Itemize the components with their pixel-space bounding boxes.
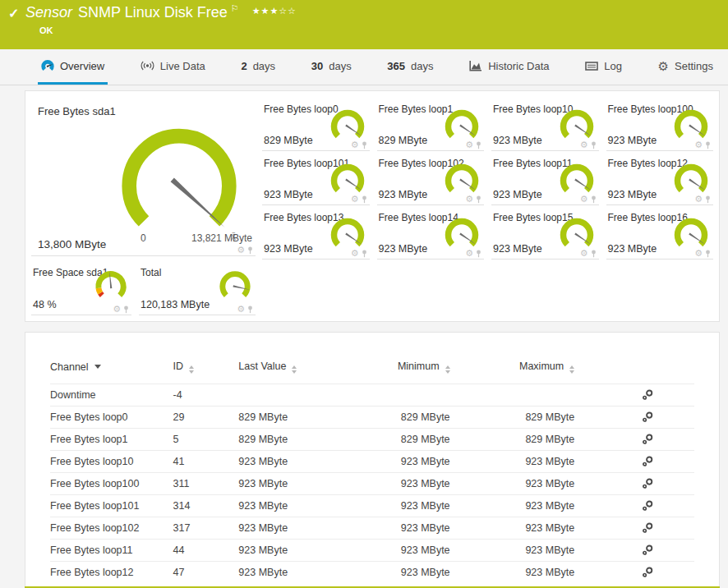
mini-gauge-value: 923 MByte bbox=[379, 189, 428, 200]
channel-row: Free Bytes loop15829 MByte829 MByte829 M… bbox=[50, 429, 694, 451]
channel-settings-icon[interactable] bbox=[642, 566, 654, 578]
gauge-settings-icon[interactable]: ⚙ bbox=[237, 246, 245, 255]
settings-icon: ⚙ bbox=[658, 60, 669, 72]
pin-icon[interactable] bbox=[705, 250, 711, 258]
tab-overview[interactable]: Overview bbox=[38, 49, 108, 85]
gauge-settings-icon[interactable]: ⚙ bbox=[580, 249, 588, 258]
cell-max: 923 MByte bbox=[450, 517, 575, 540]
mini-gauge-value: 923 MByte bbox=[493, 243, 542, 255]
pin-icon[interactable] bbox=[247, 305, 253, 314]
gauge-cell-actions: ⚙ bbox=[465, 195, 481, 204]
mini-gauge-value: 923 MByte bbox=[608, 243, 657, 255]
gauge-cell-actions: ⚙ bbox=[465, 140, 481, 149]
gauge-settings-icon[interactable]: ⚙ bbox=[580, 140, 588, 149]
cell-last: 923 MByte bbox=[238, 451, 379, 473]
pin-icon[interactable] bbox=[591, 250, 597, 258]
pin-icon[interactable] bbox=[476, 195, 481, 204]
mini-gauge-cell: Free Bytes loop12 923 MByte ⚙ bbox=[606, 151, 714, 205]
mini-gauge-value: 923 MByte bbox=[493, 189, 542, 200]
cell-channel: Free Bytes loop11 bbox=[50, 540, 173, 562]
cell-channel: Free Bytes loop101 bbox=[50, 495, 173, 517]
gauge-settings-icon[interactable]: ⚙ bbox=[465, 195, 473, 204]
gauge-settings-icon[interactable]: ⚙ bbox=[351, 195, 359, 204]
gauge-cell-actions: ⚙ bbox=[580, 249, 597, 258]
cell-min: 923 MByte bbox=[380, 540, 450, 562]
tab-365-days[interactable]: 365 days bbox=[384, 49, 436, 85]
priority-stars[interactable]: ★★★☆☆ bbox=[252, 6, 297, 16]
col-last-value[interactable]: Last Value bbox=[238, 357, 379, 384]
col-id[interactable]: ID bbox=[173, 357, 239, 384]
pin-icon[interactable] bbox=[705, 141, 711, 149]
col-channel[interactable]: Channel bbox=[50, 357, 173, 384]
mini-gauge-value: 923 MByte bbox=[379, 243, 428, 255]
pin-icon[interactable] bbox=[705, 195, 711, 204]
mini-gauge bbox=[327, 158, 368, 200]
pin-icon[interactable] bbox=[591, 195, 597, 204]
gauge-settings-icon[interactable]: ⚙ bbox=[465, 140, 473, 149]
mini-gauge-value: 120,183 MByte bbox=[141, 299, 210, 310]
tab-historic-data[interactable]: Historic Data bbox=[466, 49, 552, 85]
cell-min: 923 MByte bbox=[380, 451, 450, 473]
tab-30-days[interactable]: 30 days bbox=[308, 49, 355, 85]
gauge-settings-icon[interactable]: ⚙ bbox=[237, 305, 245, 314]
pin-icon[interactable] bbox=[123, 305, 129, 314]
gauge-settings-icon[interactable]: ⚙ bbox=[351, 249, 359, 258]
cell-last: 829 MByte bbox=[238, 429, 379, 451]
col-minimum[interactable]: Minimum bbox=[380, 357, 450, 384]
pin-icon[interactable] bbox=[476, 141, 481, 149]
gauge-cell-actions: ⚙ bbox=[237, 305, 253, 314]
pin-icon[interactable] bbox=[591, 141, 597, 149]
gauge-settings-icon[interactable]: ⚙ bbox=[351, 140, 359, 149]
channel-row: Free Bytes loop1041923 MByte923 MByte923… bbox=[50, 451, 694, 473]
gauge-settings-icon[interactable]: ⚙ bbox=[694, 195, 703, 204]
mini-gauge-cell: Free Bytes loop100 923 MByte ⚙ bbox=[606, 97, 714, 151]
gauge-cell-actions: ⚙ bbox=[351, 195, 367, 204]
gauge-settings-icon[interactable]: ⚙ bbox=[465, 249, 473, 258]
mini-gauge bbox=[441, 213, 482, 254]
channel-row: Free Bytes loop1144923 MByte923 MByte923… bbox=[50, 540, 694, 562]
sensor-type-label: Sensor bbox=[25, 4, 72, 21]
historic-data-icon bbox=[469, 60, 482, 71]
sort-icon bbox=[292, 365, 297, 374]
tab-settings[interactable]: ⚙ Settings bbox=[655, 49, 716, 85]
status-check-icon: ✓ bbox=[8, 6, 19, 21]
col-maximum[interactable]: Maximum bbox=[450, 357, 575, 384]
pin-icon[interactable] bbox=[362, 195, 367, 204]
channel-settings-icon[interactable] bbox=[642, 411, 654, 423]
pin-icon[interactable] bbox=[362, 141, 367, 149]
channel-settings-icon[interactable] bbox=[642, 477, 654, 489]
mini-gauge bbox=[670, 213, 712, 254]
mini-gauge-cell: Free Bytes loop11 923 MByte ⚙ bbox=[491, 151, 599, 205]
cell-min: 829 MByte bbox=[380, 429, 450, 451]
cell-channel: Free Bytes loop12 bbox=[50, 562, 173, 584]
pin-icon[interactable] bbox=[476, 250, 481, 258]
mini-gauge-value: 923 MByte bbox=[264, 189, 313, 200]
mini-gauge-cell: Free Bytes loop14 923 MByte ⚙ bbox=[377, 205, 485, 260]
tab-log[interactable]: Log bbox=[582, 49, 625, 85]
channel-settings-icon[interactable] bbox=[642, 521, 654, 534]
channel-settings-icon[interactable] bbox=[642, 499, 654, 512]
cell-min: 923 MByte bbox=[380, 473, 450, 495]
tab-2-days[interactable]: 2 days bbox=[237, 49, 279, 85]
gauges-panel: Free Bytes sda1 x̄ 0 13,821 MByte 13,800… bbox=[25, 90, 720, 322]
gauge-settings-icon[interactable]: ⚙ bbox=[694, 140, 703, 149]
channel-settings-icon[interactable] bbox=[642, 544, 654, 556]
channel-settings-icon[interactable] bbox=[642, 433, 654, 445]
mini-gauge-cell: Free Bytes loop102 923 MByte ⚙ bbox=[377, 151, 485, 205]
mini-gauge-cell: Free Bytes loop15 923 MByte ⚙ bbox=[491, 205, 599, 260]
gauge-settings-icon[interactable]: ⚙ bbox=[694, 249, 703, 258]
cell-id: 314 bbox=[173, 495, 239, 517]
channel-settings-icon[interactable] bbox=[642, 388, 654, 401]
gauge-settings-icon[interactable]: ⚙ bbox=[580, 195, 588, 204]
cell-last: 923 MByte bbox=[238, 473, 379, 495]
pin-icon[interactable] bbox=[247, 246, 253, 255]
tab-live-data[interactable]: Live Data bbox=[137, 49, 209, 85]
flag-icon[interactable]: ⚐ bbox=[231, 3, 239, 13]
cell-min: 923 MByte bbox=[380, 495, 450, 517]
channel-settings-icon[interactable] bbox=[642, 455, 654, 467]
overview-content: Free Bytes sda1 x̄ 0 13,821 MByte 13,800… bbox=[0, 90, 728, 588]
prtg-sensor-page: ✓ SensorSNMP Linux Disk Free⚐★★★☆☆ OK Ov… bbox=[0, 0, 728, 588]
gauge-settings-icon[interactable]: ⚙ bbox=[113, 305, 121, 314]
secondary-gauge-row: Free Space sda1 48 % ⚙ Total 120,183 MBy… bbox=[31, 263, 256, 315]
pin-icon[interactable] bbox=[362, 250, 367, 258]
